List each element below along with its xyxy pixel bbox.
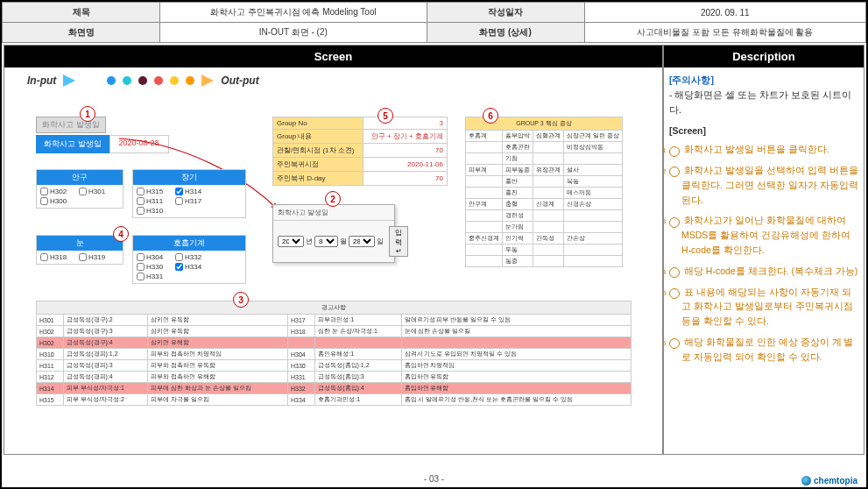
dot-icon — [107, 76, 116, 85]
hcode-checkbox[interactable]: H304 — [137, 253, 170, 261]
symptom-cell — [533, 176, 564, 188]
brand-logo: chemtopia — [801, 476, 857, 485]
symptom-cell — [564, 244, 623, 256]
year-select[interactable]: 2020 — [278, 236, 304, 247]
day-select[interactable]: 28 — [349, 236, 375, 247]
hcode-checkbox[interactable]: H330 — [137, 263, 170, 271]
hcode-label: H302 — [50, 188, 67, 195]
dot-icon — [186, 76, 194, 85]
symptom-cell — [564, 153, 623, 165]
checkbox[interactable] — [175, 188, 183, 195]
hcode-checkbox[interactable]: H311 — [137, 197, 170, 205]
desc-item: 5 표 내용에 해당되는 사항이 자동기재 되고 화학사고 발생일로부터 주민복… — [669, 285, 858, 329]
checkbox[interactable] — [175, 253, 183, 261]
symptom-cell — [466, 188, 503, 199]
hcode-checkbox[interactable]: H332 — [175, 253, 208, 261]
hcode-checkbox[interactable]: H317 — [175, 197, 208, 205]
desc-text: 화학사고 발생일 버튼을 클릭한다. — [681, 144, 829, 154]
warning-cell: 피부에 자극을 일으킴 — [147, 394, 287, 406]
checkbox[interactable] — [175, 197, 183, 205]
symptom-cell: 비정상심박동 — [564, 142, 623, 153]
warning-cell: H311 — [37, 360, 64, 372]
info-key: Group No — [273, 117, 363, 130]
desc-item: 2 화학사고 발생일을 선택하여 입력 버튼을 클릭한다. 그러면 선택한 일자… — [669, 163, 858, 207]
warning-table: 경고사항 H301급성독성(경구):2삼키면 유독함H317피부과민성:1알레르… — [36, 301, 632, 406]
info-value: 70 — [363, 144, 447, 158]
group-resp: 호흡기계 H304H332H330H334H331 — [132, 235, 246, 284]
info-value: 3 — [363, 117, 447, 130]
symptom-cell: 위장관계 — [533, 165, 564, 176]
checkbox[interactable] — [137, 207, 145, 215]
hcode-checkbox[interactable]: H314 — [175, 188, 208, 195]
symptom-cell — [466, 176, 503, 188]
symptom-table: GROUP 3 핵심 증상 호흡계흉부압박심혈관계심장근계 일련 증상호흡곤란비… — [465, 117, 623, 267]
hcode-label: H319 — [88, 253, 105, 261]
group-info-table: Group No3Group 내용안구 + 장기 + 호흡기계관찰/면회시점 (… — [272, 117, 448, 186]
hcode-checkbox[interactable]: H301 — [79, 188, 112, 195]
hcode-checkbox[interactable]: H318 — [40, 253, 74, 261]
year-label: 년 — [306, 237, 313, 246]
symptom-cell: 복통 — [564, 176, 623, 188]
checkbox[interactable] — [137, 263, 145, 271]
detail-value: 사고대비물질 포함 모든 유해화학물질에 활용 — [584, 23, 865, 43]
caution-text: - 해당화면은 셀 또는 차트가 보호된 시트이다. — [669, 88, 858, 117]
symptom-cell: 눈가림 — [503, 222, 533, 233]
title-label: 제목 — [3, 3, 160, 23]
symptom-cell: 호흡계 — [466, 131, 503, 142]
month-label: 월 — [340, 237, 347, 246]
symptom-cell — [564, 222, 623, 233]
symptom-cell — [533, 210, 564, 222]
warning-cell — [315, 337, 401, 349]
symptom-cell: 홍진 — [503, 188, 533, 199]
desc-list: 1 화학사고 발생일 버튼을 클릭한다.2 화학사고 발생일을 선택하여 입력 … — [669, 142, 858, 364]
desc-text: 표 내용에 해당되는 사항이 자동기재 되고 화학사고 발생일로부터 주민복귀시… — [681, 287, 853, 327]
warning-cell — [401, 337, 632, 349]
hcode-checkbox[interactable]: H319 — [79, 253, 112, 261]
checkbox[interactable] — [40, 197, 48, 205]
warning-cell: H302 — [37, 326, 64, 337]
symptom-cell: 신경계 — [533, 199, 564, 210]
warning-cell: 급성독성(경구):4 — [64, 337, 148, 349]
warning-cell: 흡인유해성:1 — [315, 349, 401, 360]
symptom-cell — [533, 153, 564, 165]
warning-cell: 피부 부식성/자극성:1 — [64, 383, 148, 394]
symptom-cell — [564, 210, 623, 222]
badge-1: 1 — [80, 106, 95, 122]
warning-cell: 흡입하면 유해함 — [401, 383, 632, 394]
hcode-checkbox[interactable]: H331 — [137, 273, 170, 280]
checkbox[interactable] — [137, 273, 145, 280]
warning-cell: H317 — [288, 315, 315, 326]
checkbox[interactable] — [175, 263, 183, 271]
checkbox[interactable] — [137, 253, 145, 261]
hcode-checkbox[interactable]: H302 — [40, 188, 74, 195]
step-number-icon: 3 — [669, 217, 680, 228]
hcode-checkbox[interactable]: H310 — [137, 207, 170, 215]
checkbox[interactable] — [79, 188, 87, 195]
group-liver-title: 장기 — [133, 170, 245, 185]
hcode-checkbox[interactable]: H334 — [175, 263, 208, 271]
symptom-cell — [466, 142, 503, 153]
group-corrosion-body: H318H319 — [37, 251, 123, 264]
checkbox[interactable] — [79, 253, 87, 261]
checkbox[interactable] — [40, 253, 48, 261]
warning-cell: 급성독성(흡입):3 — [315, 372, 401, 383]
group-eye-body: H302H301H300 — [37, 185, 123, 208]
warning-body: H301급성독성(경구):2삼키면 유독함H317피부과민성:1알레르기성 피부… — [37, 315, 632, 406]
info-key: Group 내용 — [273, 130, 363, 144]
checkbox[interactable] — [137, 197, 145, 205]
month-select[interactable]: 8 — [314, 236, 338, 247]
checkbox[interactable] — [137, 188, 145, 195]
incident-date-button[interactable]: 화학사고 발생일 — [36, 117, 106, 133]
desc-text: 해당 H-code를 체크한다. (복수체크 가능) — [681, 266, 857, 276]
hcode-checkbox[interactable]: H315 — [137, 188, 170, 195]
brand-text: chemtopia — [814, 476, 857, 485]
hcode-checkbox[interactable]: H300 — [40, 197, 74, 205]
checkbox[interactable] — [40, 188, 48, 195]
warning-cell: 피부 부식성/자극성:2 — [64, 394, 148, 406]
warning-cell: 삼키면 유해함 — [147, 337, 287, 349]
info-key: 관찰/면회시점 (1차 소견) — [273, 144, 363, 158]
info-key: 주민복귀시점 — [273, 158, 363, 172]
dialog-ok-button[interactable]: 입력↵ — [389, 226, 408, 257]
hcode-label: H310 — [146, 207, 163, 215]
info-value: 안구 + 장기 + 호흡기계 — [363, 130, 447, 144]
